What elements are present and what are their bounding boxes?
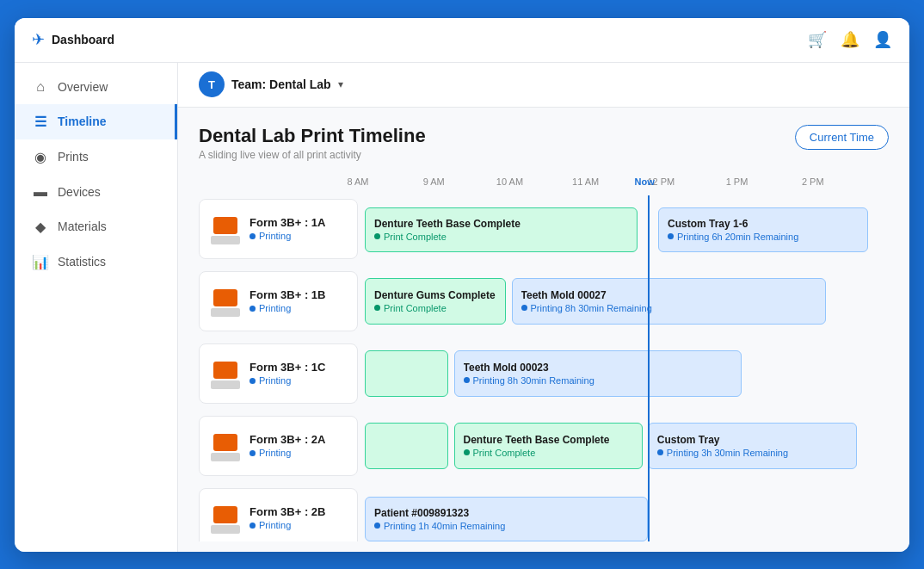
task-dot [657, 449, 663, 455]
task-title: Teeth Mold 00027 [521, 289, 816, 301]
device-name: Form 3B+ : 1A [249, 216, 326, 229]
page-subtitle: A sliding live view of all print activit… [199, 149, 426, 161]
time-label: 11 AM [572, 176, 599, 187]
top-bar-right: 🛒 🔔 👤 [808, 30, 892, 49]
printer-icon [210, 286, 241, 317]
device-cell: Form 3B+ : 1APrinting [199, 199, 358, 259]
printer-icon [210, 213, 241, 244]
timeline-row: Form 3B+ : 2BPrintingPatient #009891323P… [199, 485, 889, 541]
sidebar-item-timeline[interactable]: ☰ Timeline [15, 104, 177, 139]
sidebar-item-statistics[interactable]: 📊 Statistics [15, 244, 177, 280]
gantt-task[interactable]: Teeth Mold 00023Printing 8h 30min Remain… [454, 350, 742, 397]
timeline-row: Form 3B+ : 2APrintingDenture Teeth Base … [199, 412, 889, 479]
device-name: Form 3B+ : 1C [249, 361, 326, 374]
gantt-row-area: Denture Teeth Base CompletePrint Complet… [365, 199, 889, 259]
timeline-row: Form 3B+ : 1CPrintingTeeth Mold 00023Pri… [199, 340, 889, 407]
task-title: Custom Tray [657, 434, 848, 446]
gantt-task[interactable]: Custom TrayPrinting 3h 30min Remaining [648, 423, 858, 469]
bell-icon[interactable]: 🔔 [841, 30, 859, 49]
gantt-task[interactable]: Patient #009891323Printing 1h 40min Rema… [365, 497, 648, 541]
home-icon: ⌂ [32, 79, 49, 95]
sidebar-item-devices[interactable]: ▬ Devices [15, 175, 177, 209]
team-avatar: T [199, 71, 225, 97]
stats-icon: 📊 [32, 254, 49, 270]
task-status: Printing 1h 40min Remaining [374, 521, 638, 531]
timeline-icon: ☰ [32, 114, 49, 130]
device-status: Printing [249, 303, 326, 313]
gantt-rows-wrapper: Form 3B+ : 1APrintingDenture Teeth Base … [199, 195, 889, 541]
device-cell: Form 3B+ : 1CPrinting [199, 343, 358, 404]
sidebar: ⌂ Overview ☰ Timeline ◉ Prints ▬ Devices… [15, 63, 178, 552]
device-cell: Form 3B+ : 2BPrinting [199, 488, 358, 541]
gantt-task[interactable]: Denture Teeth Base CompletePrint Complet… [365, 207, 638, 252]
team-name: Team: Dental Lab [231, 77, 331, 91]
printer-icon [210, 503, 241, 534]
timeline-row: Form 3B+ : 1APrintingDenture Teeth Base … [199, 195, 889, 263]
time-label: 9 AM [423, 176, 445, 187]
status-dot [249, 523, 256, 529]
task-dot [374, 233, 380, 239]
gantt-row-area: Denture Teeth Base CompletePrint Complet… [365, 416, 889, 476]
sidebar-item-overview[interactable]: ⌂ Overview [15, 70, 177, 104]
task-dot [374, 523, 380, 529]
gantt-task[interactable]: Denture Teeth Base CompletePrint Complet… [454, 423, 643, 469]
task-status: Printing 8h 30min Remaining [521, 303, 816, 313]
task-dot [464, 377, 470, 383]
device-name: Form 3B+ : 2B [249, 505, 326, 518]
top-bar: ✈ Dashboard 🛒 🔔 👤 [15, 18, 909, 63]
gantt-row-area: Teeth Mold 00023Printing 8h 30min Remain… [365, 343, 889, 404]
team-header: T Team: Dental Lab ▾ [178, 63, 909, 108]
task-status: Printing 6h 20min Remaining [668, 232, 859, 242]
gantt-task[interactable] [365, 350, 448, 397]
devices-icon: ▬ [32, 184, 49, 200]
current-time-button[interactable]: Current Time [795, 125, 889, 150]
page-header-text: Dental Lab Print Timeline A sliding live… [199, 125, 426, 161]
now-time-label: Now [635, 176, 655, 187]
gantt-task[interactable]: Custom Tray 1-6Printing 6h 20min Remaini… [658, 207, 868, 252]
cart-icon[interactable]: 🛒 [808, 30, 827, 49]
device-status: Printing [249, 448, 326, 458]
device-name: Form 3B+ : 1B [249, 288, 326, 301]
sidebar-label-overview: Overview [58, 80, 108, 94]
page-title: Dental Lab Print Timeline [199, 125, 426, 147]
task-status: Printing 3h 30min Remaining [657, 448, 848, 458]
status-dot [249, 450, 256, 456]
sidebar-item-prints[interactable]: ◉ Prints [15, 139, 177, 175]
task-status: Print Complete [374, 303, 496, 313]
device-name: Form 3B+ : 2A [249, 433, 326, 446]
sidebar-item-materials[interactable]: ◆ Materials [15, 209, 177, 244]
device-cell: Form 3B+ : 2APrinting [199, 416, 358, 476]
status-dot [249, 233, 256, 239]
status-dot [249, 378, 256, 384]
task-title: Denture Teeth Base Complete [464, 434, 633, 446]
app-title: Dashboard [52, 33, 114, 46]
time-label: 8 AM [347, 176, 368, 187]
gantt-row-area: Denture Gums CompletePrint CompleteTeeth… [365, 271, 889, 331]
task-status: Print Complete [464, 448, 633, 458]
task-dot [464, 449, 470, 455]
sidebar-label-materials: Materials [58, 220, 107, 233]
time-label: 10 AM [496, 176, 523, 187]
device-status: Printing [249, 231, 326, 241]
task-dot [668, 233, 674, 239]
task-status: Printing 8h 30min Remaining [464, 375, 733, 386]
device-status: Printing [249, 520, 326, 530]
status-dot [249, 306, 256, 312]
task-title: Denture Gums Complete [374, 289, 496, 301]
device-cell: Form 3B+ : 1BPrinting [199, 271, 358, 331]
user-icon[interactable]: 👤 [873, 30, 892, 49]
sidebar-label-timeline: Timeline [58, 114, 107, 128]
time-header: 8 AM9 AM10 AM11 AM12 PM1 PM2 PMNow [358, 168, 889, 195]
page-header: Dental Lab Print Timeline A sliding live… [178, 108, 909, 168]
gantt-task[interactable]: Denture Gums CompletePrint Complete [365, 278, 506, 325]
materials-icon: ◆ [32, 219, 49, 235]
timeline-area: 8 AM9 AM10 AM11 AM12 PM1 PM2 PMNow Form … [178, 168, 909, 552]
gantt-task[interactable]: Teeth Mold 00027Printing 8h 30min Remain… [512, 278, 826, 325]
task-dot [521, 305, 527, 311]
printer-icon [210, 358, 241, 389]
gantt-task[interactable] [365, 423, 448, 469]
team-chevron-icon[interactable]: ▾ [338, 78, 343, 90]
sidebar-label-devices: Devices [58, 185, 101, 199]
task-title: Custom Tray 1-6 [668, 218, 859, 230]
logo-icon: ✈ [32, 30, 45, 49]
